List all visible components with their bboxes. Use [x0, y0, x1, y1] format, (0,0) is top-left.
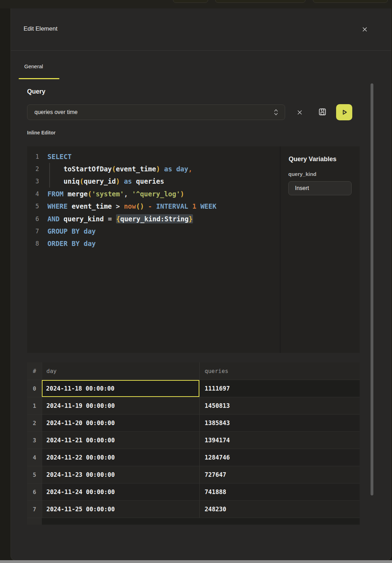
queries-cell[interactable]: 741888 — [199, 483, 360, 500]
row-index-cell: 6 — [27, 483, 42, 500]
column-header-index: # — [27, 362, 42, 380]
queries-cell[interactable]: 1450813 — [199, 397, 360, 414]
day-cell[interactable]: 2024-11-21 00:00:00 — [42, 432, 199, 449]
line-number: 7 — [27, 228, 39, 235]
table-row[interactable]: 02024-11-18 00:00:001111697 — [27, 380, 360, 397]
table-row[interactable]: 62024-11-24 00:00:00741888 — [27, 483, 360, 500]
sql-editor-block: 1SELECT2 toStartOfDay(event_time) as day… — [27, 146, 360, 353]
inline-editor-label: Inline Editor — [27, 130, 56, 135]
line-number: 6 — [27, 215, 39, 222]
table-row[interactable]: 32024-11-21 00:00:001394174 — [27, 431, 360, 449]
row-index-cell: 5 — [27, 466, 42, 483]
chevron-updown-icon — [273, 108, 279, 116]
queries-cell[interactable]: 1385843 — [199, 415, 360, 431]
row-index-cell: 3 — [27, 432, 42, 449]
table-row[interactable]: 72024-11-25 00:00:00248230 — [27, 500, 360, 518]
vertical-scrollbar[interactable] — [371, 83, 373, 495]
insert-variable-button[interactable]: Insert — [288, 181, 352, 195]
clear-query-button[interactable] — [294, 107, 305, 117]
day-cell[interactable]: 2024-11-25 00:00:00 — [42, 501, 199, 518]
code-line[interactable]: 6AND query_kind = {query_kind:String} — [27, 213, 280, 225]
table-row[interactable]: 22024-11-20 00:00:001385843 — [27, 414, 360, 431]
topbar-button-3[interactable] — [313, 0, 388, 3]
row-index-cell: 0 — [27, 380, 42, 397]
day-cell[interactable]: 2024-11-19 00:00:00 — [42, 397, 199, 414]
topbar-button-1[interactable] — [173, 0, 208, 3]
tab-general[interactable]: General — [24, 63, 43, 69]
table-row[interactable]: 42024-11-22 00:00:001284746 — [27, 449, 360, 466]
save-query-button[interactable] — [316, 106, 328, 118]
table-row[interactable]: 52024-11-23 00:00:00727647 — [27, 466, 360, 483]
day-cell[interactable]: 2024-11-20 00:00:00 — [42, 415, 199, 431]
results-table: # day queries 02024-11-18 00:00:00111169… — [27, 362, 360, 525]
code-line[interactable]: 8ORDER BY day — [27, 238, 280, 250]
page-topbar — [0, 0, 392, 8]
line-number: 8 — [27, 240, 39, 247]
code-line[interactable]: 3 uniq(query_id) as queries — [27, 175, 280, 188]
modal-title: Edit Element — [24, 25, 57, 32]
run-query-button[interactable] — [336, 104, 352, 120]
column-header-day: day — [42, 362, 199, 380]
code-line[interactable]: 5WHERE event_time > now() - INTERVAL 1 W… — [27, 200, 280, 213]
day-cell[interactable]: 2024-11-23 00:00:00 — [42, 466, 199, 483]
play-icon — [340, 108, 349, 117]
results-footer — [27, 518, 360, 525]
day-cell[interactable]: 2024-11-22 00:00:00 — [42, 449, 199, 466]
line-number: 5 — [27, 203, 39, 210]
results-body: 02024-11-18 00:00:00111169712024-11-19 0… — [27, 380, 360, 518]
day-cell[interactable]: 2024-11-18 00:00:00 — [42, 380, 199, 397]
row-index-cell: 4 — [27, 449, 42, 466]
line-number: 1 — [27, 153, 39, 160]
query-select-value: queries over time — [34, 109, 273, 115]
tab-active-underline — [19, 78, 59, 79]
clear-icon — [297, 110, 302, 115]
edit-element-modal: Edit Element General Query queries over … — [11, 8, 391, 561]
code-line[interactable]: 2 toStartOfDay(event_time) as day, — [27, 163, 280, 175]
row-index-cell: 1 — [27, 397, 42, 414]
line-number: 3 — [27, 178, 39, 185]
query-variables-heading: Query Variables — [289, 156, 336, 163]
row-index-cell: 7 — [27, 501, 42, 518]
tab-label: General — [24, 63, 43, 69]
day-cell[interactable]: 2024-11-24 00:00:00 — [42, 483, 199, 500]
query-section-heading: Query — [27, 88, 45, 95]
queries-cell[interactable]: 727647 — [199, 466, 360, 483]
variable-name-label: query_kind — [288, 171, 316, 177]
queries-cell[interactable]: 1284746 — [199, 449, 360, 466]
save-icon — [318, 107, 327, 116]
query-variable-token: {query_kind:String} — [116, 214, 193, 223]
code-line[interactable]: 1SELECT — [27, 150, 280, 163]
insert-button-label: Insert — [295, 185, 309, 191]
query-select[interactable]: queries over time — [27, 105, 285, 120]
column-header-queries: queries — [199, 362, 360, 380]
queries-cell[interactable]: 1111697 — [199, 380, 360, 397]
indent-guide — [49, 163, 50, 188]
row-index-cell: 2 — [27, 415, 42, 431]
code-line[interactable]: 4FROM merge('system', '^query_log') — [27, 188, 280, 200]
close-button[interactable] — [360, 24, 369, 34]
table-row[interactable]: 12024-11-19 00:00:001450813 — [27, 397, 360, 414]
topbar-button-2[interactable] — [215, 0, 306, 3]
queries-cell[interactable]: 1394174 — [199, 432, 360, 449]
code-editor[interactable]: 1SELECT2 toStartOfDay(event_time) as day… — [27, 146, 280, 353]
queries-cell[interactable]: 248230 — [199, 501, 360, 518]
code-lines: 1SELECT2 toStartOfDay(event_time) as day… — [27, 150, 280, 250]
line-number: 2 — [27, 165, 39, 172]
close-icon — [362, 27, 367, 32]
query-variables-panel: Query Variables query_kind Insert — [281, 146, 360, 353]
results-header-row: # day queries — [27, 362, 360, 380]
line-number: 4 — [27, 190, 39, 197]
horizontal-scrollbar[interactable] — [0, 560, 392, 563]
header-divider — [11, 50, 391, 51]
code-line[interactable]: 7GROUP BY day — [27, 225, 280, 237]
